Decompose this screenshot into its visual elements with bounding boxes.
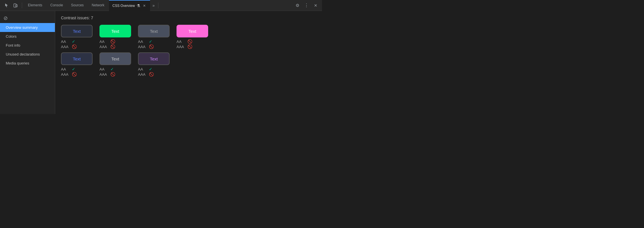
- contrast-row-2: Text AA ✓ AAA 🚫: [61, 52, 316, 77]
- badge-row-aaa-7: AAA 🚫: [138, 72, 154, 77]
- tab-sources[interactable]: Sources: [68, 0, 87, 11]
- aa-pass-icon-1: ✓: [72, 39, 75, 44]
- device-icon: [13, 3, 18, 8]
- badges-5: AA ✓ AAA 🚫: [61, 67, 77, 77]
- aaa-fail-icon-3: 🚫: [149, 44, 154, 49]
- sidebar: ⊘ Overview summary Colors Font info Unus…: [0, 11, 55, 114]
- aa-fail-icon-2: 🚫: [110, 39, 115, 44]
- badges-6: AA ✓ AAA 🚫: [99, 67, 115, 77]
- aa-pass-icon-6: ✓: [110, 67, 114, 71]
- tab-elements[interactable]: Elements: [24, 0, 46, 11]
- toolbar-right-actions: ⚙ ⋮ ✕: [293, 1, 320, 10]
- main-layout: ⊘ Overview summary Colors Font info Unus…: [0, 11, 322, 114]
- contrast-item-4: Text AA 🚫 AAA 🚫: [177, 25, 208, 49]
- badge-row-aa-7: AA ✓: [138, 67, 154, 71]
- badges-4: AA 🚫 AAA 🚫: [177, 39, 192, 49]
- sidebar-item-font-info[interactable]: Font info: [0, 41, 55, 50]
- aa-fail-icon-4: 🚫: [187, 39, 192, 44]
- badge-row-aa-4: AA 🚫: [177, 39, 192, 44]
- contrast-btn-2[interactable]: Text: [99, 25, 131, 37]
- contrast-item-7: Text AA ✓ AAA 🚫: [138, 52, 170, 77]
- close-devtools-button[interactable]: ✕: [312, 1, 320, 10]
- tab-console[interactable]: Console: [47, 0, 66, 11]
- badges-7: AA ✓ AAA 🚫: [138, 67, 154, 77]
- sidebar-item-media-queries[interactable]: Media queries: [0, 59, 55, 68]
- contrast-item-1: Text AA ✓ AAA 🚫: [61, 25, 93, 49]
- aaa-fail-icon-2: 🚫: [110, 44, 115, 49]
- aaa-fail-icon-7: 🚫: [149, 72, 154, 77]
- content-area: Contrast issues: 7 Text AA ✓ AAA: [55, 11, 322, 114]
- contrast-btn-1[interactable]: Text: [61, 25, 93, 37]
- tab-network[interactable]: Network: [88, 0, 108, 11]
- contrast-btn-4[interactable]: Text: [177, 25, 208, 37]
- toolbar-divider-2: [158, 3, 158, 8]
- gear-icon: ⚙: [296, 3, 299, 8]
- settings-button[interactable]: ⚙: [293, 1, 301, 10]
- cursor-icon: [4, 3, 9, 8]
- aaa-fail-icon-6: 🚫: [110, 72, 115, 77]
- more-tabs-button[interactable]: »: [151, 3, 156, 8]
- badge-row-aaa-5: AAA 🚫: [61, 72, 77, 77]
- badge-row-aa-1: AA ✓: [61, 39, 77, 44]
- badge-row-aaa-3: AAA 🚫: [138, 44, 154, 49]
- badge-row-aa-6: AA ✓: [99, 67, 115, 71]
- badge-row-aa-2: AA 🚫: [99, 39, 115, 44]
- block-icon: ⊘: [3, 15, 8, 21]
- devtools-toolbar: Elements Console Sources Network CSS Ove…: [0, 0, 322, 11]
- badge-row-aaa-4: AAA 🚫: [177, 44, 192, 49]
- sidebar-item-unused-declarations[interactable]: Unused declarations: [0, 50, 55, 59]
- ellipsis-icon: ⋮: [304, 3, 309, 8]
- aa-pass-icon-5: ✓: [72, 67, 75, 71]
- contrast-btn-5[interactable]: Text: [61, 52, 93, 65]
- sidebar-item-overview-summary[interactable]: Overview summary: [0, 23, 55, 32]
- sidebar-item-colors[interactable]: Colors: [0, 32, 55, 41]
- contrast-btn-7[interactable]: Text: [138, 52, 170, 65]
- contrast-item-2: Text AA 🚫 AAA 🚫: [99, 25, 131, 49]
- badge-row-aaa-2: AAA 🚫: [99, 44, 115, 49]
- aa-pass-icon-7: ✓: [149, 67, 152, 71]
- device-icon-btn[interactable]: [12, 1, 20, 10]
- flask-icon: ⚗: [137, 3, 140, 8]
- aaa-fail-icon-1: 🚫: [72, 44, 77, 49]
- aa-pass-icon-3: ✓: [149, 39, 152, 44]
- sidebar-block-btn[interactable]: ⊘: [0, 13, 55, 23]
- badge-row-aa-5: AA ✓: [61, 67, 77, 71]
- aaa-fail-icon-4: 🚫: [187, 44, 192, 49]
- cursor-icon-btn[interactable]: [2, 1, 10, 10]
- svg-rect-1: [16, 5, 17, 7]
- badge-row-aa-3: AA ✓: [138, 39, 154, 44]
- close-tab-button[interactable]: ✕: [142, 3, 147, 8]
- contrast-grid: Text AA ✓ AAA 🚫: [61, 25, 316, 77]
- menu-button[interactable]: ⋮: [302, 1, 310, 10]
- contrast-row-1: Text AA ✓ AAA 🚫: [61, 25, 316, 49]
- aaa-fail-icon-5: 🚫: [72, 72, 77, 77]
- tab-css-overview[interactable]: CSS Overview ⚗ ✕: [109, 0, 150, 11]
- badges-2: AA 🚫 AAA 🚫: [99, 39, 115, 49]
- contrast-item-6: Text AA ✓ AAA 🚫: [99, 52, 131, 77]
- toolbar-divider-1: [22, 3, 22, 8]
- contrast-btn-3[interactable]: Text: [138, 25, 170, 37]
- contrast-btn-6[interactable]: Text: [99, 52, 131, 65]
- contrast-item-5: Text AA ✓ AAA 🚫: [61, 52, 93, 77]
- contrast-issues-title: Contrast issues: 7: [61, 16, 316, 20]
- badge-row-aaa-1: AAA 🚫: [61, 44, 77, 49]
- badges-3: AA ✓ AAA 🚫: [138, 39, 154, 49]
- close-icon: ✕: [314, 3, 317, 8]
- badge-row-aaa-6: AAA 🚫: [99, 72, 115, 77]
- contrast-item-3: Text AA ✓ AAA 🚫: [138, 25, 170, 49]
- badges-1: AA ✓ AAA 🚫: [61, 39, 77, 49]
